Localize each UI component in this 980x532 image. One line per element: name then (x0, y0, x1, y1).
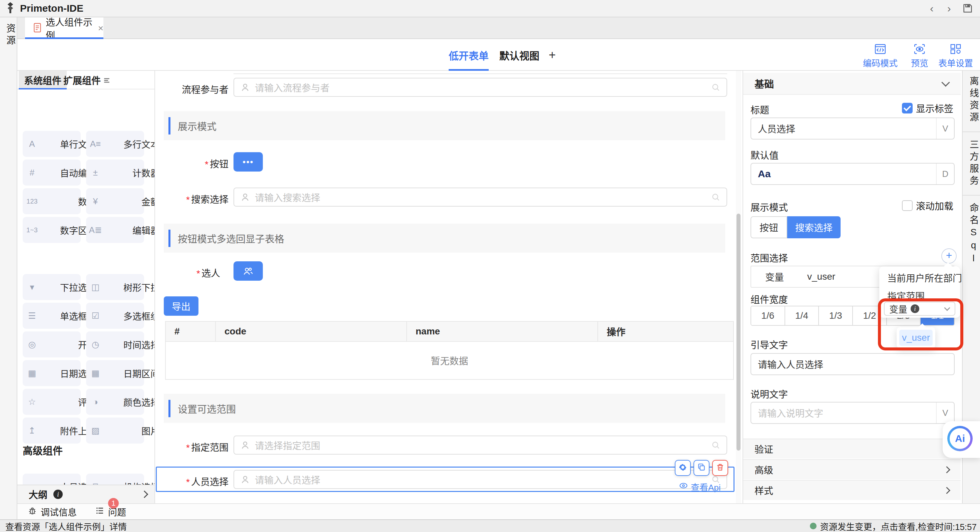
search-select-input[interactable]: 请输入搜索选择 (234, 188, 727, 207)
chevron-right-icon (943, 487, 950, 494)
section-advanced[interactable]: 高级 (743, 459, 961, 479)
component-card-auto-number[interactable]: #自动编号 (23, 159, 81, 186)
code-mode-icon (859, 42, 902, 56)
variable-suffix-button[interactable]: V (936, 118, 954, 139)
document-icon (33, 23, 42, 34)
person-select-input[interactable]: 请输入人员选择 (234, 470, 727, 489)
width-option-1-4[interactable]: 1/4 (785, 306, 819, 325)
component-card-image[interactable]: ▨图片 (86, 417, 144, 444)
component-card-rating[interactable]: ☆评分 (23, 389, 81, 415)
component-card-single-text[interactable]: A单行文本 (23, 131, 81, 157)
component-card-editor[interactable]: A≣编辑器 (86, 217, 144, 243)
outline-bar[interactable]: 大纲 (18, 484, 155, 503)
show-label-checkbox[interactable]: 显示标签 (902, 102, 953, 115)
chevron-right-icon[interactable] (141, 491, 148, 498)
field-delete-button[interactable] (712, 460, 728, 476)
default-value-input[interactable]: Aa D (751, 163, 955, 185)
note-text-input[interactable]: 请输入说明文字 V (751, 402, 955, 424)
close-icon[interactable] (98, 23, 103, 34)
info-icon (53, 490, 63, 499)
code-mode-button[interactable]: 编码模式 (859, 42, 902, 69)
field-settings-button[interactable] (675, 460, 691, 476)
ai-icon[interactable]: Ai (947, 426, 973, 451)
table-header-index: # (166, 322, 216, 341)
tab-extension-components[interactable]: 扩展组件 (58, 71, 106, 89)
save-icon[interactable] (962, 0, 973, 17)
properties-section-basic[interactable]: 基础 (743, 73, 961, 95)
form-settings-button[interactable]: 表单设置 (934, 42, 977, 69)
tab-default-view[interactable]: 默认视图 (500, 39, 539, 71)
component-card-number-range[interactable]: 1~3数字区间 (23, 217, 81, 243)
component-card-org-picker[interactable]: 品机构选择 (86, 474, 144, 484)
component-card-color-picker[interactable]: ◑颜色选择 (86, 389, 144, 415)
component-card-dropdown[interactable]: ▾下拉选择 (23, 274, 81, 300)
prop-label-width: 组件宽度 (751, 292, 788, 306)
table-header-code: code (216, 322, 407, 341)
canvas-scrollbar[interactable] (736, 71, 741, 503)
debug-info-button[interactable]: 调试信息 (27, 505, 77, 518)
picker-button[interactable]: ••• (234, 152, 263, 172)
default-suffix-button[interactable]: D (936, 164, 954, 184)
view-api-link[interactable]: 查看Api (679, 481, 721, 493)
checkbox-unchecked-icon[interactable] (902, 200, 913, 211)
field-label-button: *按钮 (155, 157, 229, 170)
field-toolbar (675, 460, 728, 476)
right-rail-offline-resources[interactable]: 离线资源 (963, 69, 980, 132)
section-validation[interactable]: 验证 (743, 438, 961, 459)
add-view-tab-button[interactable]: + (549, 39, 556, 71)
search-icon (711, 441, 721, 450)
prop-label-guide-text: 引导文字 (751, 338, 788, 351)
component-card-time-picker[interactable]: ◷时间选择 (86, 331, 144, 357)
prop-label-note-text: 说明文字 (751, 387, 788, 400)
section-style[interactable]: 样式 (743, 480, 961, 500)
component-card-attachment-upload[interactable]: ↥附件上传 (23, 417, 81, 444)
field-copy-button[interactable] (694, 460, 710, 476)
component-card-checkbox-group[interactable]: ☑多选框组 (86, 303, 144, 329)
component-card-tree-dropdown[interactable]: ◫树形下拉 (86, 274, 144, 300)
prop-label-display-mode: 展示模式 (751, 200, 788, 213)
doc-tab-active[interactable]: 选人组件示例 (25, 18, 103, 39)
component-card-multi-text[interactable]: A≡多行文本 (86, 131, 144, 157)
component-card-switch[interactable]: ◎开关 (23, 331, 81, 357)
ai-assistant-bubble[interactable]: Ai (943, 421, 980, 458)
component-card-number[interactable]: 123数字 (23, 188, 81, 214)
dropdown-option-current-department[interactable]: 当前用户所在部门 (887, 271, 960, 284)
history-back-icon[interactable]: ‹ (930, 0, 934, 17)
person-picker-button[interactable] (234, 261, 263, 281)
status-left-text[interactable]: 查看资源「选人组件示例」详情 (5, 520, 127, 532)
status-right[interactable]: 资源发生变更，点击查看,检查时间:15:57 (810, 520, 977, 532)
participant-input[interactable]: 请输入流程参与者 (234, 78, 727, 97)
prop-label-title: 标题 (751, 103, 769, 116)
scroll-load-checkbox[interactable]: 滚动加载 (902, 199, 953, 212)
search-icon (711, 83, 721, 92)
component-card-amount[interactable]: ¥金额 (86, 188, 144, 214)
right-rail-named-sql[interactable]: 命名Sql (963, 196, 980, 273)
right-rail-third-party-services[interactable]: 三方服务 (963, 132, 980, 196)
specified-range-input[interactable]: 请选择指定范围 (234, 436, 727, 455)
form-canvas: 流程参与者 请输入流程参与者 展示模式 *按钮 ••• *搜索选择 请输入搜索选… (155, 71, 735, 503)
component-card-radio-group[interactable]: ☰单选框组 (23, 303, 81, 329)
primeton-ide-window: Primeton-IDE ‹ › 资源 数据源 离线资源 三方服务 命名Sql … (0, 0, 980, 532)
width-option-1-3[interactable]: 1/3 (819, 306, 853, 325)
component-card-counter[interactable]: ±计数器 (86, 159, 144, 186)
scrollbar-thumb[interactable] (737, 213, 740, 451)
component-card-date-picker[interactable]: ▦日期选择 (23, 360, 81, 386)
history-forward-icon[interactable]: › (947, 0, 951, 17)
note-suffix-button[interactable]: V (936, 403, 954, 423)
component-card-date-range[interactable]: ▦日期区间 (86, 360, 144, 386)
guide-text-input[interactable]: 请输入人员选择 (751, 353, 955, 375)
tab-lowcode-form[interactable]: 低开表单 (449, 39, 488, 71)
left-rail-resources[interactable]: 资源 (0, 23, 17, 48)
field-label-picker: *选人 (155, 266, 220, 279)
component-list-icon[interactable] (102, 76, 111, 86)
add-range-icon[interactable] (941, 248, 957, 264)
component-card-person-picker[interactable]: ○人员选择 (23, 474, 81, 484)
segment-button-mode[interactable]: 按钮 (751, 216, 787, 238)
checkbox-checked-icon[interactable] (902, 103, 913, 113)
export-button[interactable]: 导出 (164, 296, 199, 316)
title-value-input[interactable]: 人员选择 V (751, 118, 955, 140)
width-option-1-6[interactable]: 1/6 (751, 306, 785, 325)
person-icon (240, 440, 250, 450)
segment-search-select-mode[interactable]: 搜索选择 (787, 216, 841, 238)
status-bar: 查看资源「选人组件示例」详情 资源发生变更，点击查看,检查时间:15:57 (0, 519, 980, 532)
